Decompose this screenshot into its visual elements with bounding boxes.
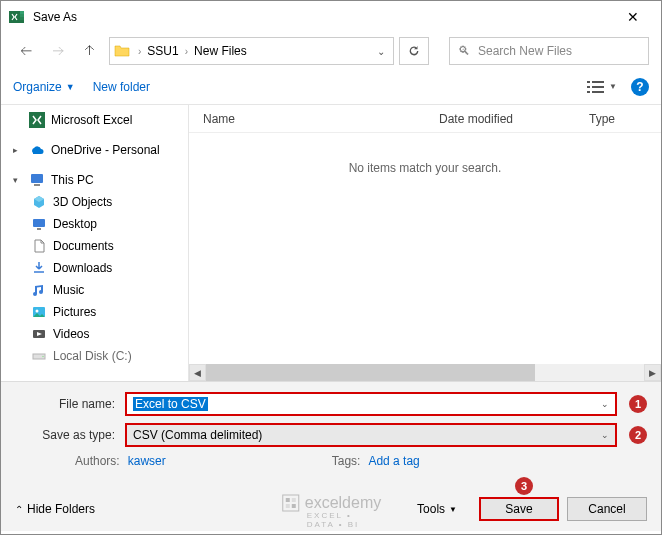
hide-folders-button[interactable]: ⌃ Hide Folders xyxy=(15,502,95,516)
savetype-value: CSV (Comma delimited) xyxy=(133,428,262,442)
callout-3: 3 xyxy=(515,477,533,495)
sidebar: Microsoft Excel ▸ OneDrive - Personal ▾ … xyxy=(1,105,189,381)
disk-icon xyxy=(31,348,47,364)
authors-link[interactable]: kawser xyxy=(128,454,166,468)
close-button[interactable]: ✕ xyxy=(613,9,653,25)
up-button[interactable]: 🡡 xyxy=(77,38,103,64)
svg-rect-4 xyxy=(20,20,24,23)
documents-icon xyxy=(31,238,47,254)
sidebar-item-pictures[interactable]: Pictures xyxy=(1,301,188,323)
svg-rect-12 xyxy=(31,174,43,183)
tools-button[interactable]: Tools ▼ xyxy=(417,502,457,516)
svg-rect-2 xyxy=(20,14,24,17)
downloads-icon xyxy=(31,260,47,276)
pc-icon xyxy=(29,172,45,188)
svg-rect-14 xyxy=(33,219,45,227)
explorer-body: Microsoft Excel ▸ OneDrive - Personal ▾ … xyxy=(1,105,661,381)
sidebar-item-thispc[interactable]: ▾ This PC xyxy=(1,169,188,191)
svg-rect-9 xyxy=(587,91,590,93)
svg-rect-3 xyxy=(20,17,24,20)
navbar: 🡠 🡢 🡡 › SSU1 › New Files ⌄ 🔍︎ Search New… xyxy=(1,33,661,69)
tags-link[interactable]: Add a tag xyxy=(368,454,419,468)
scroll-left-icon[interactable]: ◀ xyxy=(189,364,206,381)
save-panel: File name: Excel to CSV ⌄ 1 Save as type… xyxy=(1,381,661,531)
forward-button: 🡢 xyxy=(45,38,71,64)
filename-input[interactable]: Excel to CSV ⌄ xyxy=(125,392,617,416)
sidebar-item-documents[interactable]: Documents xyxy=(1,235,188,257)
refresh-button[interactable] xyxy=(399,37,429,65)
chevron-down-icon[interactable]: ⌄ xyxy=(601,399,609,409)
videos-icon xyxy=(31,326,47,342)
breadcrumb-newfiles[interactable]: New Files xyxy=(190,44,251,58)
tags-label: Tags: xyxy=(332,454,361,468)
svg-rect-8 xyxy=(592,86,604,88)
titlebar: Save As ✕ xyxy=(1,1,661,33)
chevron-right-icon: › xyxy=(136,46,143,57)
sidebar-item-localdisk[interactable]: Local Disk (C:) xyxy=(1,345,188,367)
svg-rect-5 xyxy=(587,81,590,83)
svg-rect-13 xyxy=(34,184,40,186)
sidebar-item-music[interactable]: Music xyxy=(1,279,188,301)
desktop-icon xyxy=(31,216,47,232)
callout-1: 1 xyxy=(629,395,647,413)
sidebar-item-desktop[interactable]: Desktop xyxy=(1,213,188,235)
toolbar: Organize ▼ New folder ▼ ? xyxy=(1,69,661,105)
svg-point-17 xyxy=(36,310,39,313)
help-button[interactable]: ? xyxy=(631,78,649,96)
excel-icon xyxy=(29,112,45,128)
pictures-icon xyxy=(31,304,47,320)
svg-rect-11 xyxy=(29,112,45,128)
cancel-button[interactable]: Cancel xyxy=(567,497,647,521)
scroll-thumb[interactable] xyxy=(206,364,535,381)
details-view-icon xyxy=(587,80,607,94)
authors-label: Authors: xyxy=(75,454,120,468)
svg-rect-10 xyxy=(592,91,604,93)
chevron-down-icon: ▼ xyxy=(609,82,617,91)
horizontal-scrollbar[interactable]: ◀ ▶ xyxy=(189,364,661,381)
expand-icon[interactable]: ▸ xyxy=(13,145,23,155)
collapse-icon[interactable]: ▾ xyxy=(13,175,23,185)
breadcrumb-ssu1[interactable]: SSU1 xyxy=(143,44,182,58)
chevron-up-icon: ⌃ xyxy=(15,504,23,515)
organize-button[interactable]: Organize ▼ xyxy=(13,80,75,94)
empty-message: No items match your search. xyxy=(189,133,661,175)
column-type[interactable]: Type xyxy=(589,112,661,126)
3d-icon xyxy=(31,194,47,210)
chevron-down-icon: ▼ xyxy=(449,505,457,514)
scroll-right-icon[interactable]: ▶ xyxy=(644,364,661,381)
save-button[interactable]: Save xyxy=(479,497,559,521)
svg-rect-6 xyxy=(592,81,604,83)
folder-icon xyxy=(114,43,130,59)
sidebar-item-videos[interactable]: Videos xyxy=(1,323,188,345)
column-headers: Name Date modified Type xyxy=(189,105,661,133)
window-title: Save As xyxy=(33,10,613,24)
view-mode-button[interactable]: ▼ xyxy=(587,80,617,94)
sidebar-item-onedrive[interactable]: ▸ OneDrive - Personal xyxy=(1,139,188,161)
sidebar-item-excel[interactable]: Microsoft Excel xyxy=(1,109,188,131)
file-list: Name Date modified Type No items match y… xyxy=(189,105,661,381)
svg-rect-15 xyxy=(37,228,41,230)
chevron-down-icon[interactable]: ⌄ xyxy=(601,430,609,440)
svg-point-20 xyxy=(42,356,44,358)
savetype-label: Save as type: xyxy=(15,428,125,442)
refresh-icon xyxy=(407,44,421,58)
filename-value: Excel to CSV xyxy=(133,397,208,411)
filename-label: File name: xyxy=(15,397,125,411)
sidebar-item-3dobjects[interactable]: 3D Objects xyxy=(1,191,188,213)
music-icon xyxy=(31,282,47,298)
back-button[interactable]: 🡠 xyxy=(13,38,39,64)
address-dropdown-icon[interactable]: ⌄ xyxy=(373,46,389,57)
savetype-dropdown[interactable]: CSV (Comma delimited) ⌄ xyxy=(125,423,617,447)
callout-2: 2 xyxy=(629,426,647,444)
column-name[interactable]: Name xyxy=(189,112,439,126)
search-icon: 🔍︎ xyxy=(458,44,470,58)
new-folder-button[interactable]: New folder xyxy=(93,80,150,94)
sidebar-item-downloads[interactable]: Downloads xyxy=(1,257,188,279)
search-input[interactable]: 🔍︎ Search New Files xyxy=(449,37,649,65)
svg-rect-7 xyxy=(587,86,590,88)
onedrive-icon xyxy=(29,142,45,158)
address-bar[interactable]: › SSU1 › New Files ⌄ xyxy=(109,37,394,65)
chevron-down-icon: ▼ xyxy=(66,82,75,92)
excel-app-icon xyxy=(9,9,25,25)
column-date[interactable]: Date modified xyxy=(439,112,589,126)
